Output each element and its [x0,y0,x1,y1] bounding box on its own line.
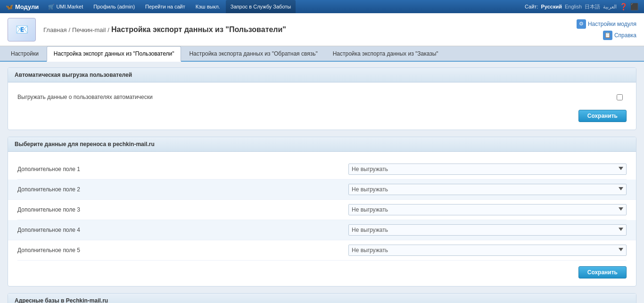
field-label-3: Дополнительное поле 3 [17,206,348,213]
lang-ar[interactable]: العربية [603,4,617,10]
auto-upload-header: Автоматическая выгрузка пользователей [8,68,636,82]
lang-ru[interactable]: Русский [541,4,561,9]
tab-orders-export[interactable]: Настройка экспорта данных из "Заказы" [326,46,446,61]
help-icon[interactable]: ❓ [619,3,627,10]
field-select-1[interactable]: Не выгружать [348,164,627,175]
breadcrumb: Главная / Печкин-mail / Настройка экспор… [43,25,286,34]
tabs-bar: Настройки Настройка экспорт данных из "П… [0,46,644,62]
tab-settings[interactable]: Настройки [4,46,46,61]
lang-jp[interactable]: 日本語 [585,3,600,10]
top-navigation: 🦋 Модули 🛒 UMI.Market Профиль (admin) Пе… [0,0,644,13]
module-settings-link[interactable]: ⚙ Настройки модуля [577,19,636,29]
header-actions: ⚙ Настройки модуля 📋 Справка [577,19,636,40]
field-label-5: Дополнительное поле 5 [17,247,348,254]
data-transfer-header: Выберите данные для переноса в pechkin-m… [8,137,636,152]
help-link[interactable]: 📋 Справка [603,31,636,40]
exit-icon[interactable]: ⬛ [630,3,638,10]
address-base-section: Адресные базы в Pechkin-mail.ru Выберите… [8,293,636,303]
docs-icon: 📋 [603,31,612,40]
address-base-header: Адресные базы в Pechkin-mail.ru [8,294,636,303]
data-transfer-save-button[interactable]: Сохранить [578,266,627,278]
page-header: 📧 Главная / Печкин-mail / Настройка эксп… [0,13,644,46]
site-label: Сайт: [525,4,538,9]
page-title: Настройка экспорт данных из "Пользовател… [111,25,286,34]
field-label-1: Дополнительное поле 1 [17,166,348,172]
auto-upload-label: Выгружать данные о пользователях автомат… [17,94,605,100]
breadcrumb-sep1: / [68,26,70,33]
auto-upload-body: Выгружать данные о пользователях автомат… [8,82,636,130]
lang-en[interactable]: English [565,4,582,9]
breadcrumb-home[interactable]: Главная [43,26,66,33]
data-transfer-section: Выберите данные для переноса в pechkin-m… [8,137,636,287]
auto-upload-row: Выгружать данные о пользователях автомат… [17,90,627,104]
field-label-2: Дополнительное поле 2 [17,186,348,193]
app-logo[interactable]: 🦋 Модули [2,3,42,10]
field-row-1: Дополнительное поле 1 Не выгружать [17,159,627,180]
auto-upload-checkbox-cell [612,94,627,100]
nav-support[interactable]: Запрос в Службу Заботы [226,0,296,13]
data-transfer-body: Дополнительное поле 1 Не выгружать Допол… [8,152,636,286]
header-text: Главная / Печкин-mail / Настройка экспор… [43,25,286,34]
auto-upload-section: Автоматическая выгрузка пользователей Вы… [8,67,636,130]
tab-users-export[interactable]: Настройка экспорт данных из "Пользовател… [47,46,182,62]
breadcrumb-module[interactable]: Печкин-mail [72,26,106,33]
field-row-4: Дополнительное поле 4 Не выгружать [8,220,636,240]
nav-goto-site[interactable]: Перейти на сайт [140,0,190,13]
breadcrumb-sep2: / [107,26,109,33]
field-row-2: Дополнительное поле 2 Не выгружать [8,180,636,200]
page-content: Автоматическая выгрузка пользователей Вы… [0,62,644,303]
data-transfer-save-row: Сохранить [17,266,627,278]
nav-profile[interactable]: Профиль (admin) [89,0,140,13]
nav-market[interactable]: 🛒 UMI.Market [43,0,88,13]
market-icon: 🛒 [48,4,55,10]
field-row-5: Дополнительное поле 5 Не выгружать [17,240,627,261]
auto-upload-save-row: Сохранить [17,110,627,122]
field-select-5[interactable]: Не выгружать [348,245,627,256]
field-select-4[interactable]: Не выгружать [348,224,627,236]
field-select-3[interactable]: Не выгружать [348,204,627,215]
auto-upload-checkbox[interactable] [617,94,623,100]
modules-label: Модули [15,3,39,10]
top-nav-right: Сайт: Русский English 日本語 العربية ❓ ⬛ [525,3,642,10]
nav-cache[interactable]: Кэш выкл. [191,0,225,13]
field-select-2[interactable]: Не выгружать [348,184,627,195]
tab-feedback-export[interactable]: Настройка экспорта данных из "Обратная с… [182,46,324,61]
field-row-3: Дополнительное поле 3 Не выгружать [17,200,627,220]
field-label-4: Дополнительное поле 4 [17,227,348,233]
auto-upload-save-button[interactable]: Сохранить [578,110,627,122]
logo-icon: 🦋 [6,3,13,10]
module-logo: 📧 [8,18,36,41]
settings-icon: ⚙ [577,19,586,29]
module-logo-icon: 📧 [16,24,28,36]
